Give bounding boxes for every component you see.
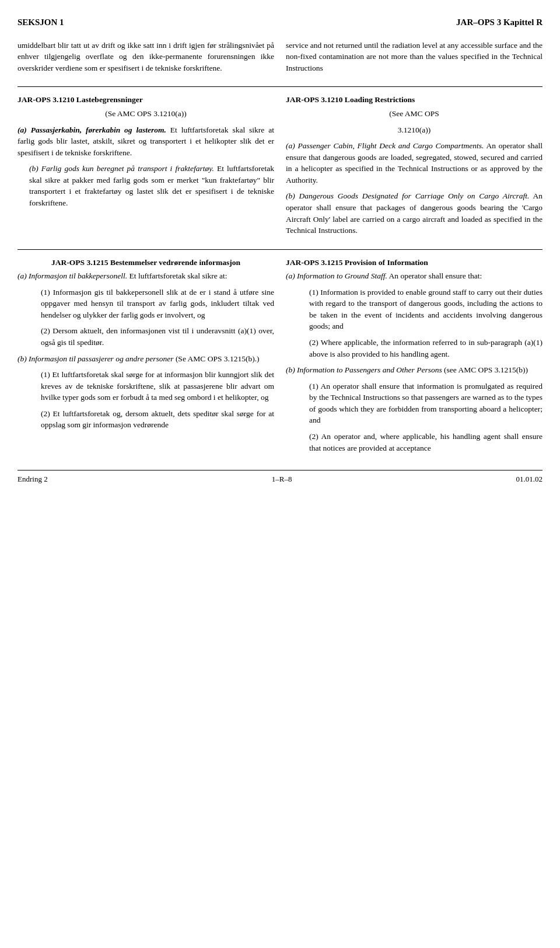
header-section: SEKSJON 1 (18, 16, 64, 29)
section-1215-right-p2: (1) Information is provided to enable gr… (309, 287, 542, 332)
intro-right-text: service and not returned until the radia… (286, 40, 542, 74)
header-chapter: JAR–OPS 3 Kapittel R (456, 16, 542, 29)
section-1215-right-p1-label: (a) Information to Ground Staff. (286, 271, 387, 280)
page-footer: Endring 2 1–R–8 01.01.02 (18, 470, 542, 485)
footer-date: 01.01.02 (516, 474, 543, 485)
section-1215-right-p4-cont: (see AMC OPS 3.1215(b)) (442, 365, 528, 374)
footer-edition: Endring 2 (18, 474, 48, 485)
section-1215-right-p1-cont: An operator shall ensure that: (387, 271, 482, 280)
section-1215-left: JAR-OPS 3.1215 Bestemmelser vedrørende i… (18, 257, 274, 458)
section-1215-right-p1: (a) Information to Ground Staff. An oper… (286, 270, 542, 282)
section-1215-right-p4-label: (b) Information to Passengers and Other … (286, 365, 442, 374)
section-1210-right-subheading2: 3.1210(a)) (286, 124, 542, 136)
section-1215-left-heading: JAR-OPS 3.1215 Bestemmelser vedrørende i… (18, 257, 274, 269)
section-1215-right-p6: (2) An operator and, where applicable, h… (309, 431, 542, 454)
divider-2 (18, 249, 542, 250)
section-1210-left-p2: (b) Farlig gods kun beregnet på transpor… (29, 163, 274, 208)
section-1215-left-p1-cont: Et luftfartsforetak skal sikre at: (127, 271, 227, 280)
section-1215-left-p3: (2) Dersom aktuelt, den informasjonen vi… (41, 325, 274, 348)
section-1215-right-p5: (1) An operator shall ensure that inform… (309, 381, 542, 426)
section-1215-left-p1-label: (a) Informasjon til bakkepersonell. (18, 271, 127, 280)
section-1215-left-p2: (1) Informasjon gis til bakkepersonell s… (41, 287, 274, 321)
section-1215-left-p4-cont: (Se AMC OPS 3.1215(b).) (174, 354, 260, 363)
section-1210-right-p1-label: (a) Passenger Cabin, Flight Deck and Car… (286, 141, 484, 150)
section-1210-right-heading: JAR-OPS 3.1210 Loading Restrictions (286, 94, 542, 106)
section-1215-right-p3: (2) Where applicable, the information re… (309, 337, 542, 360)
section-1210-left-p1-label: (a) Passasjerkabin, førerkabin og laster… (18, 126, 166, 134)
section-1210-right: JAR-OPS 3.1210 Loading Restrictions (See… (286, 94, 542, 241)
section-1210-right-p2-label: (b) Dangerous Goods Designated for Carri… (286, 191, 529, 200)
section-1215-left-p1: (a) Informasjon til bakkepersonell. Et l… (18, 270, 274, 282)
intro-right: service and not returned until the radia… (286, 40, 542, 79)
section-1215-right: JAR-OPS 3.1215 Provision of Information … (286, 257, 542, 458)
section-1210-left-p1: (a) Passasjerkabin, førerkabin og laster… (18, 124, 274, 159)
section-1215-right-p4: (b) Information to Passengers and Other … (286, 364, 542, 376)
section-1210-left-heading: JAR-OPS 3.1210 Lastebegrensninger (18, 94, 274, 106)
section-1215-left-p4: (b) Informasjon til passasjerer og andre… (18, 353, 274, 365)
section-1210-right-p1: (a) Passenger Cabin, Flight Deck and Car… (286, 140, 542, 186)
section-1210-right-subheading1: (See AMC OPS (286, 108, 542, 120)
section-1210-right-p2: (b) Dangerous Goods Designated for Carri… (286, 190, 542, 236)
divider-1 (18, 86, 542, 87)
section-1215-left-p6: (2) Et luftfartsforetak og, dersom aktue… (41, 408, 274, 431)
page-header: SEKSJON 1 JAR–OPS 3 Kapittel R (18, 16, 542, 29)
footer-page: 1–R–8 (272, 474, 292, 485)
section-1210: JAR-OPS 3.1210 Lastebegrensninger (Se AM… (18, 94, 542, 241)
intro-left: umiddelbart blir tatt ut av drift og ikk… (18, 40, 274, 79)
section-1215-right-heading: JAR-OPS 3.1215 Provision of Information (286, 257, 542, 269)
section-1215: JAR-OPS 3.1215 Bestemmelser vedrørende i… (18, 257, 542, 458)
section-1215-left-p4-label: (b) Informasjon til passasjerer og andre… (18, 354, 174, 363)
section-1210-left: JAR-OPS 3.1210 Lastebegrensninger (Se AM… (18, 94, 274, 241)
section-1215-left-p5: (1) Et luftfartsforetak skal sørge for a… (41, 369, 274, 403)
intro-section: umiddelbart blir tatt ut av drift og ikk… (18, 40, 542, 79)
intro-left-text: umiddelbart blir tatt ut av drift og ikk… (18, 40, 274, 74)
page: SEKSJON 1 JAR–OPS 3 Kapittel R umiddelba… (0, 0, 560, 948)
section-1210-left-subheading: (Se AMC OPS 3.1210(a)) (18, 108, 274, 120)
section-1210-left-p2-label: (b) Farlig gods kun beregnet på transpor… (29, 164, 214, 173)
